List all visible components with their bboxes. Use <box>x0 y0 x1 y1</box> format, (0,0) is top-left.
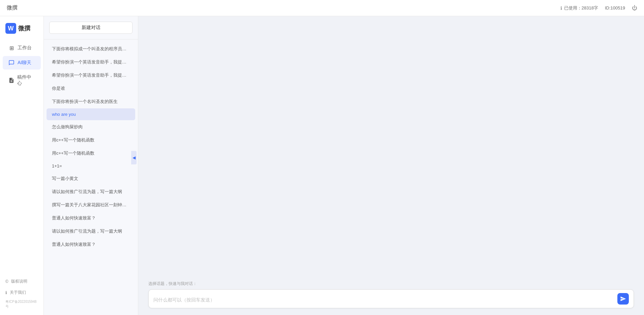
nav-logo: W 微撰 <box>0 23 43 41</box>
chat-list-item[interactable]: 下面你将模拟成一个叫圣友的程序员，我说... <box>47 43 135 55</box>
chat-list-item[interactable]: 希望你扮演一个英语发音助手，我提供给你... <box>47 69 135 82</box>
new-chat-button[interactable]: 新建对话 <box>49 22 133 34</box>
copyright-icon: © <box>5 279 8 284</box>
nav-item-workbench[interactable]: ⊞ 工作台 <box>3 41 41 55</box>
usage-label: 已使用：28318字 <box>564 5 598 11</box>
nav-label-workbench: 工作台 <box>18 45 32 51</box>
topbar-right: ℹ 已使用：28318字 ID:100519 ⏻ <box>560 5 637 11</box>
nav-copyright-label: 版权说明 <box>11 279 27 284</box>
chat-list-item[interactable]: 请以如何推广引流为题，写一篇大纲 <box>47 185 135 198</box>
chat-messages <box>138 16 644 278</box>
chat-input[interactable] <box>153 296 614 305</box>
chat-list-item[interactable]: 下面你将扮演一个名叫圣友的医生 <box>47 95 135 108</box>
chat-list-item[interactable]: 用c++写一个随机函数 <box>47 147 135 160</box>
id-label: ID:100519 <box>605 5 625 10</box>
chat-list-item[interactable]: 普通人如何快速致富？ <box>47 212 135 225</box>
left-nav: W 微撰 ⊞ 工作台 AI聊天 稿件中心 © 版权说明 ℹ <box>0 16 44 315</box>
topbar: 微撰 ℹ 已使用：28318字 ID:100519 ⏻ <box>0 0 644 16</box>
logo-icon: W <box>5 23 16 34</box>
chat-main: 选择话题，快速与我对话： <box>138 16 644 315</box>
drafts-icon <box>8 77 14 84</box>
chat-icon <box>8 59 15 66</box>
nav-copyright-item[interactable]: © 版权说明 <box>0 276 43 287</box>
chat-input-area: 选择话题，快速与我对话： <box>138 278 644 315</box>
logo-text: 微撰 <box>18 24 30 32</box>
chat-list-item[interactable]: 怎么做狗屎炒肉 <box>47 121 135 133</box>
chat-list-item[interactable]: 写一篇小黄文 <box>47 172 135 185</box>
nav-bottom: © 版权说明 ℹ 关于我们 粤ICP备2022015948号 <box>0 276 43 312</box>
chat-sidebar-header: 新建对话 <box>44 16 138 40</box>
usage-info: ℹ 已使用：28318字 <box>560 5 598 11</box>
quick-topic-bar: 选择话题，快速与我对话： <box>148 281 634 287</box>
input-wrapper <box>148 289 634 308</box>
nav-label-ai-chat: AI聊天 <box>18 60 31 66</box>
nav-about-label: 关于我们 <box>10 290 26 295</box>
collapse-sidebar-button[interactable]: ◀ <box>131 151 137 164</box>
chat-sidebar: 新建对话 下面你将模拟成一个叫圣友的程序员，我说...希望你扮演一个英语发音助手… <box>44 16 138 315</box>
nav-about-item[interactable]: ℹ 关于我们 <box>0 287 43 298</box>
chat-list-item[interactable]: 撰写一篇关于八大家花园社区一刻钟便民生... <box>47 199 135 211</box>
chat-list-item[interactable]: who are you <box>47 108 135 120</box>
nav-item-ai-chat[interactable]: AI聊天 <box>3 56 41 70</box>
send-button[interactable] <box>617 293 629 305</box>
chat-list-item[interactable]: 用c++写一个随机函数 <box>47 134 135 147</box>
about-icon: ℹ <box>5 290 7 295</box>
nav-item-drafts[interactable]: 稿件中心 <box>3 71 41 90</box>
workbench-icon: ⊞ <box>8 45 15 51</box>
chat-list-item[interactable]: 希望你扮演一个英语发音助手，我提供给你... <box>47 56 135 69</box>
info-icon: ℹ <box>560 5 562 11</box>
nav-label-drafts: 稿件中心 <box>17 74 35 86</box>
topbar-title: 微撰 <box>7 4 560 11</box>
chat-list: 下面你将模拟成一个叫圣友的程序员，我说...希望你扮演一个英语发音助手，我提供给… <box>44 40 138 315</box>
chat-list-item[interactable]: 你是谁 <box>47 82 135 95</box>
logout-button[interactable]: ⏻ <box>632 5 637 11</box>
chat-list-item[interactable]: 请以如何推广引流为题，写一篇大纲 <box>47 225 135 238</box>
nav-icp: 粤ICP备2022015948号 <box>0 298 43 312</box>
chat-list-item[interactable]: 1+1= <box>47 160 135 172</box>
chat-list-item[interactable]: 普通人如何快速致富？ <box>47 238 135 251</box>
main-layout: W 微撰 ⊞ 工作台 AI聊天 稿件中心 © 版权说明 ℹ <box>0 16 644 315</box>
